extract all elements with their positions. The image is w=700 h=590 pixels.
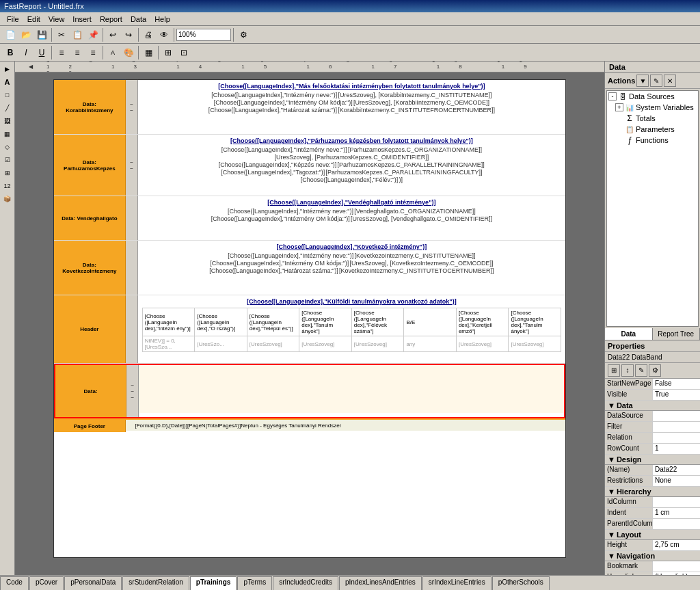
align-center-button[interactable]: ≡ [70,45,85,60]
menu-view[interactable]: View [44,14,69,25]
menu-help[interactable]: Help [150,14,174,25]
prop-filter: Filter [605,422,700,433]
canvas-scroll[interactable]: Data:KorabbiIntezmeny ~~ [Choose([Langua… [15,72,604,575]
menu-file[interactable]: File [3,14,23,25]
prop-section-data-expand[interactable]: ▼ [608,401,615,410]
tree-expand-sysvar[interactable]: + [615,103,623,111]
border-button[interactable]: ▦ [141,45,156,60]
prop-parentidcolumn: ParentIdColumn [605,519,700,530]
data-actions-bar: Actions ▼ ✎ ✕ [605,73,700,89]
tick-col-5 [126,295,138,363]
sep3 [138,28,139,42]
line-tool[interactable]: ╱ [1,102,14,114]
undo-button[interactable]: ↩ [105,27,120,42]
kulfold-data2: [UresSzo... [195,336,247,352]
tab-ptrainings[interactable]: pTrainings [190,576,237,590]
kovetkezointezmeny-section: Data:KovetkezoIntezmeny [Choose([Languag… [54,241,565,295]
image-tool[interactable]: 🖼 [1,115,14,127]
kulfold-col8: [Choose ([LanguageIn dex],"Tanulm ányok"… [509,308,561,336]
tab-pindexlinesandentries[interactable]: pIndexLinesAndEntries [339,576,422,590]
print-button[interactable]: 🖨 [141,27,156,42]
props-grid-button[interactable]: ⊞ [608,364,620,377]
data-tree[interactable]: - 🗄 Data Sources + 📊 System Variables Σ … [606,90,699,327]
tree-expand-datasources[interactable]: - [608,92,617,100]
props-edit-button[interactable]: ✎ [635,364,647,377]
vendeghallgato-section: Data: Vendeghallgato [Choose([LanguageIn… [54,196,565,241]
text-tool[interactable]: A [1,76,14,88]
save-button[interactable]: 💾 [34,27,49,42]
bg-color-button[interactable]: 🎨 [121,45,136,60]
menu-insert[interactable]: Insert [68,14,96,25]
tab-pcover[interactable]: pCover [29,576,64,590]
num-tool[interactable]: 12 [1,180,14,192]
tree-item-totals[interactable]: Σ Totals [607,113,698,124]
tree-item-datasources[interactable]: - 🗄 Data Sources [607,91,698,102]
font-color-button[interactable]: A [105,45,120,60]
design-area: ◀ 1 2 3 4 5 6 7 8 9 10 11 12 13 14 15 16… [15,62,604,575]
tick-col-2: ~~ [126,135,138,196]
tab-ppersonaldata[interactable]: pPersonalData [64,576,122,590]
align-left-button[interactable]: ≡ [54,45,69,60]
snap-button[interactable]: ⊡ [176,45,191,60]
parhuzamoskepzes-section: Data:ParhuzamosKepzes ~~ [Choose([Langua… [54,135,565,196]
kovetkezointezmeny-row1: [Choose([LanguageIndex],"Intézmény neve:… [142,252,561,259]
tick-col-4 [126,241,138,295]
props-script-button[interactable]: ⚙ [649,364,661,377]
prop-section-design-expand[interactable]: ▼ [608,455,615,464]
settings-button[interactable]: ⚙ [236,27,251,42]
prop-section-layout-expand[interactable]: ▼ [608,531,615,539]
prop-section-navigation-expand[interactable]: ▼ [608,552,615,560]
align-right-button[interactable]: ≡ [85,45,100,60]
tab-srstudentrelation[interactable]: srStudentRelation [122,576,189,590]
vendeghallgato-row2: [Choose([LanguageIndex],"Intézmény OM kó… [142,215,561,222]
bold-button[interactable]: B [3,45,18,60]
table-tool[interactable]: ⊞ [1,167,14,179]
zoom-input[interactable] [176,29,231,41]
tab-srindexlineentries[interactable]: srIndexLineEntries [422,576,492,590]
barcode-tool[interactable]: ▦ [1,128,14,140]
checkbox-tool[interactable]: ☑ [1,154,14,166]
tab-data[interactable]: Data [605,328,653,340]
tree-item-functions[interactable]: ƒ Functions [607,135,698,146]
vendeghallgato-row1: [Choose([LanguageIndex],"Intézmény neve:… [142,208,561,215]
open-button[interactable]: 📂 [18,27,33,42]
rect-tool[interactable]: □ [1,89,14,101]
edit-datasource-button[interactable]: ✎ [650,75,662,87]
menu-edit[interactable]: Edit [23,14,44,25]
prop-section-hierarchy-expand[interactable]: ▼ [608,487,615,496]
tab-srincludedcredits[interactable]: srIncludedCredits [273,576,338,590]
tree-item-systemvariables[interactable]: + 📊 System Variables [607,102,698,113]
prop-hyperlink: Hyperlink (Hyperlink) [605,572,700,576]
tab-code[interactable]: Code [0,576,29,590]
zip-tool[interactable]: 📦 [1,193,14,205]
shape-tool[interactable]: ◇ [1,141,14,153]
new-button[interactable]: 📄 [3,27,18,42]
korabbiintezmeny-label: Data:KorabbiIntezmeny [54,80,126,134]
prop-startnewpage: StartNewPage False [605,379,700,390]
menu-report[interactable]: Report [96,14,126,25]
add-datasource-button[interactable]: ▼ [636,75,649,87]
props-sort-button[interactable]: ↕ [621,364,634,377]
data-band-selected[interactable]: Data: ~~~ [54,364,565,418]
tab-potherschools[interactable]: pOtherSchools [492,576,550,590]
menu-data[interactable]: Data [126,14,150,25]
tick-col-1: ~~ [126,80,138,134]
redo-button[interactable]: ↪ [121,27,136,42]
grid-button[interactable]: ⊞ [161,45,176,60]
kulfold-col5: [Choose ([LanguageIn dex],"Félévek száma… [351,308,404,336]
pointer-tool[interactable]: ▶ [1,63,14,75]
cut-button[interactable]: ✂ [54,27,69,42]
parhuzamoskepzes-row4: [Choose([LanguageIndex],"Tagozat:")] [Pa… [142,169,561,176]
tree-item-parameters[interactable]: 📋 Parameters [607,124,698,135]
ruler: ◀ 1 2 3 4 5 6 7 8 9 10 11 12 13 14 15 16… [15,62,604,72]
tab-pterms[interactable]: pTerms [237,576,272,590]
copy-button[interactable]: 📋 [70,27,85,42]
prop-bookmark: Bookmark [605,561,700,572]
underline-button[interactable]: U [34,45,49,60]
paste-button[interactable]: 📌 [85,27,100,42]
italic-button[interactable]: I [18,45,33,60]
delete-datasource-button[interactable]: ✕ [664,75,676,87]
prop-name: (Name) Data22 [605,465,700,476]
preview-button[interactable]: 👁 [157,27,172,42]
tab-report-tree[interactable]: Report Tree [653,328,701,340]
